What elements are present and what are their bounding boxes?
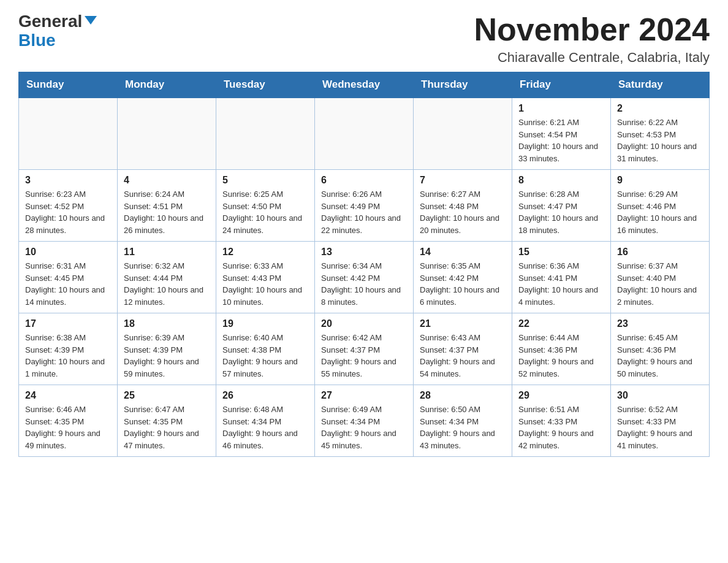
calendar-week-row: 3Sunrise: 6:23 AMSunset: 4:52 PMDaylight…	[19, 170, 710, 242]
day-number: 3	[25, 175, 111, 186]
day-info: Sunrise: 6:40 AMSunset: 4:38 PMDaylight:…	[222, 332, 308, 380]
calendar-cell: 9Sunrise: 6:29 AMSunset: 4:46 PMDaylight…	[611, 170, 710, 242]
weekday-header-tuesday: Tuesday	[216, 72, 315, 98]
day-info: Sunrise: 6:45 AMSunset: 4:36 PMDaylight:…	[617, 332, 703, 380]
calendar-cell: 28Sunrise: 6:50 AMSunset: 4:34 PMDayligh…	[414, 385, 512, 457]
day-number: 11	[124, 247, 210, 258]
day-number: 12	[222, 247, 308, 258]
calendar-cell: 22Sunrise: 6:44 AMSunset: 4:36 PMDayligh…	[512, 313, 611, 385]
day-number: 4	[124, 175, 210, 186]
day-info: Sunrise: 6:47 AMSunset: 4:35 PMDaylight:…	[124, 404, 210, 451]
day-number: 5	[222, 175, 308, 186]
day-number: 14	[420, 247, 506, 258]
weekday-header-wednesday: Wednesday	[315, 72, 414, 98]
weekday-header-saturday: Saturday	[611, 72, 710, 98]
calendar-cell	[414, 98, 512, 170]
day-info: Sunrise: 6:39 AMSunset: 4:39 PMDaylight:…	[124, 332, 210, 380]
day-info: Sunrise: 6:43 AMSunset: 4:37 PMDaylight:…	[420, 332, 506, 380]
calendar-cell	[216, 98, 315, 170]
calendar-cell: 20Sunrise: 6:42 AMSunset: 4:37 PMDayligh…	[315, 313, 414, 385]
calendar-cell: 16Sunrise: 6:37 AMSunset: 4:40 PMDayligh…	[611, 242, 710, 313]
calendar-cell: 6Sunrise: 6:26 AMSunset: 4:49 PMDaylight…	[315, 170, 414, 242]
calendar-cell: 18Sunrise: 6:39 AMSunset: 4:39 PMDayligh…	[118, 313, 216, 385]
weekday-header-sunday: Sunday	[19, 72, 118, 98]
day-info: Sunrise: 6:51 AMSunset: 4:33 PMDaylight:…	[518, 404, 604, 451]
calendar-cell: 17Sunrise: 6:38 AMSunset: 4:39 PMDayligh…	[19, 313, 118, 385]
day-number: 18	[124, 318, 210, 329]
day-info: Sunrise: 6:44 AMSunset: 4:36 PMDaylight:…	[518, 332, 604, 380]
day-number: 28	[420, 390, 506, 401]
day-info: Sunrise: 6:32 AMSunset: 4:44 PMDaylight:…	[124, 260, 210, 308]
day-info: Sunrise: 6:27 AMSunset: 4:48 PMDaylight:…	[420, 188, 506, 236]
day-info: Sunrise: 6:37 AMSunset: 4:40 PMDaylight:…	[617, 260, 703, 308]
day-number: 15	[518, 247, 604, 258]
calendar-cell: 29Sunrise: 6:51 AMSunset: 4:33 PMDayligh…	[512, 385, 611, 457]
day-info: Sunrise: 6:35 AMSunset: 4:42 PMDaylight:…	[420, 260, 506, 308]
logo-general-text: General	[18, 12, 82, 31]
calendar-cell: 3Sunrise: 6:23 AMSunset: 4:52 PMDaylight…	[19, 170, 118, 242]
calendar-cell: 1Sunrise: 6:21 AMSunset: 4:54 PMDaylight…	[512, 98, 611, 170]
logo-blue-text: Blue	[18, 31, 97, 50]
day-info: Sunrise: 6:52 AMSunset: 4:33 PMDaylight:…	[617, 404, 703, 451]
day-info: Sunrise: 6:46 AMSunset: 4:35 PMDaylight:…	[25, 404, 111, 451]
calendar-cell: 21Sunrise: 6:43 AMSunset: 4:37 PMDayligh…	[414, 313, 512, 385]
day-number: 23	[617, 318, 703, 329]
logo-triangle-icon	[85, 16, 97, 25]
calendar-cell: 11Sunrise: 6:32 AMSunset: 4:44 PMDayligh…	[118, 242, 216, 313]
calendar-week-row: 1Sunrise: 6:21 AMSunset: 4:54 PMDaylight…	[19, 98, 710, 170]
day-number: 13	[321, 247, 407, 258]
day-info: Sunrise: 6:36 AMSunset: 4:41 PMDaylight:…	[518, 260, 604, 308]
title-block: November 2024 Chiaravalle Centrale, Cala…	[474, 12, 710, 66]
day-number: 7	[420, 175, 506, 186]
day-number: 27	[321, 390, 407, 401]
day-number: 20	[321, 318, 407, 329]
day-number: 17	[25, 318, 111, 329]
day-info: Sunrise: 6:38 AMSunset: 4:39 PMDaylight:…	[25, 332, 111, 380]
month-year-title: November 2024	[474, 12, 710, 47]
calendar-cell: 4Sunrise: 6:24 AMSunset: 4:51 PMDaylight…	[118, 170, 216, 242]
logo: General Blue	[18, 12, 97, 50]
day-info: Sunrise: 6:34 AMSunset: 4:42 PMDaylight:…	[321, 260, 407, 308]
day-info: Sunrise: 6:33 AMSunset: 4:43 PMDaylight:…	[222, 260, 308, 308]
day-info: Sunrise: 6:50 AMSunset: 4:34 PMDaylight:…	[420, 404, 506, 451]
day-number: 6	[321, 175, 407, 186]
day-info: Sunrise: 6:22 AMSunset: 4:53 PMDaylight:…	[617, 117, 703, 164]
calendar-cell	[315, 98, 414, 170]
day-info: Sunrise: 6:24 AMSunset: 4:51 PMDaylight:…	[124, 188, 210, 236]
calendar-cell: 10Sunrise: 6:31 AMSunset: 4:45 PMDayligh…	[19, 242, 118, 313]
day-number: 30	[617, 390, 703, 401]
calendar-cell: 24Sunrise: 6:46 AMSunset: 4:35 PMDayligh…	[19, 385, 118, 457]
calendar-cell: 19Sunrise: 6:40 AMSunset: 4:38 PMDayligh…	[216, 313, 315, 385]
day-info: Sunrise: 6:25 AMSunset: 4:50 PMDaylight:…	[222, 188, 308, 236]
calendar-cell: 27Sunrise: 6:49 AMSunset: 4:34 PMDayligh…	[315, 385, 414, 457]
day-info: Sunrise: 6:48 AMSunset: 4:34 PMDaylight:…	[222, 404, 308, 451]
calendar-cell: 7Sunrise: 6:27 AMSunset: 4:48 PMDaylight…	[414, 170, 512, 242]
day-info: Sunrise: 6:49 AMSunset: 4:34 PMDaylight:…	[321, 404, 407, 451]
calendar-cell: 13Sunrise: 6:34 AMSunset: 4:42 PMDayligh…	[315, 242, 414, 313]
calendar-cell	[19, 98, 118, 170]
page-header: General Blue November 2024 Chiaravalle C…	[18, 12, 710, 66]
calendar-cell: 30Sunrise: 6:52 AMSunset: 4:33 PMDayligh…	[611, 385, 710, 457]
day-info: Sunrise: 6:21 AMSunset: 4:54 PMDaylight:…	[518, 117, 604, 164]
day-number: 21	[420, 318, 506, 329]
calendar-cell: 23Sunrise: 6:45 AMSunset: 4:36 PMDayligh…	[611, 313, 710, 385]
day-number: 29	[518, 390, 604, 401]
calendar-cell: 5Sunrise: 6:25 AMSunset: 4:50 PMDaylight…	[216, 170, 315, 242]
weekday-header-thursday: Thursday	[414, 72, 512, 98]
calendar-cell: 25Sunrise: 6:47 AMSunset: 4:35 PMDayligh…	[118, 385, 216, 457]
day-number: 26	[222, 390, 308, 401]
weekday-header-monday: Monday	[118, 72, 216, 98]
calendar-cell	[118, 98, 216, 170]
calendar-cell: 14Sunrise: 6:35 AMSunset: 4:42 PMDayligh…	[414, 242, 512, 313]
calendar-cell: 26Sunrise: 6:48 AMSunset: 4:34 PMDayligh…	[216, 385, 315, 457]
day-number: 9	[617, 175, 703, 186]
day-number: 1	[518, 103, 604, 114]
calendar-cell: 2Sunrise: 6:22 AMSunset: 4:53 PMDaylight…	[611, 98, 710, 170]
day-number: 10	[25, 247, 111, 258]
day-info: Sunrise: 6:42 AMSunset: 4:37 PMDaylight:…	[321, 332, 407, 380]
day-number: 25	[124, 390, 210, 401]
location-subtitle: Chiaravalle Centrale, Calabria, Italy	[474, 50, 710, 66]
day-number: 24	[25, 390, 111, 401]
day-info: Sunrise: 6:28 AMSunset: 4:47 PMDaylight:…	[518, 188, 604, 236]
calendar-table: SundayMondayTuesdayWednesdayThursdayFrid…	[18, 72, 710, 457]
